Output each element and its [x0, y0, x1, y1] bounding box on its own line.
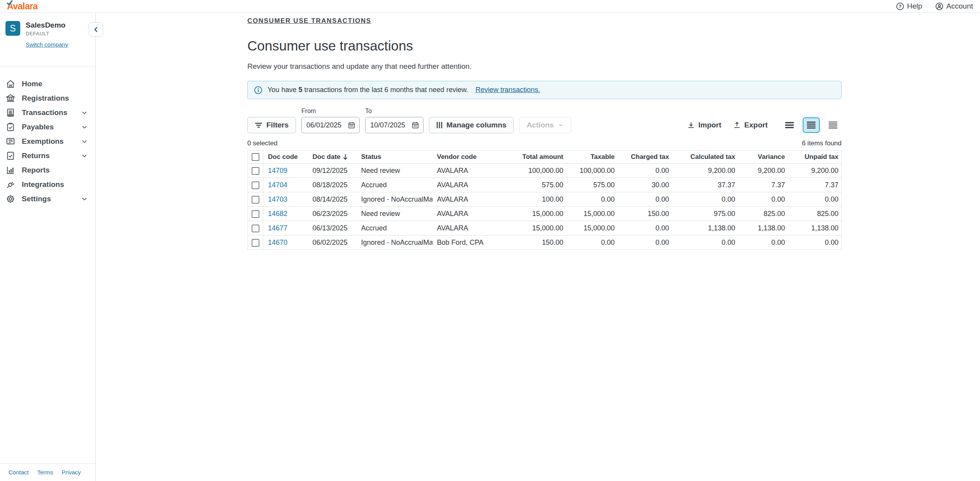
filters-button[interactable]: Filters: [247, 117, 296, 133]
import-icon: [687, 121, 695, 129]
vendor-code-cell: AVALARA: [432, 192, 508, 207]
charged-tax-cell: 0.00: [618, 221, 672, 235]
filter-icon: [255, 122, 262, 128]
svg-text:?: ?: [899, 3, 901, 9]
page-subtitle: Review your transactions and update any …: [247, 62, 842, 71]
calendar-icon: [348, 121, 355, 129]
column-header-status[interactable]: Status: [357, 151, 432, 164]
doc-code-link[interactable]: 14703: [268, 195, 287, 203]
sidebar-item-returns[interactable]: Returns: [0, 148, 95, 163]
company-profile: DEFAULT: [26, 31, 68, 37]
sidebar-item-home[interactable]: Home: [0, 77, 95, 91]
row-checkbox[interactable]: [252, 225, 259, 232]
calculated-tax-cell: 975.00: [672, 207, 738, 221]
sidebar-footer: Contact Terms Privacy: [0, 463, 95, 481]
variance-cell: 1,138.00: [738, 221, 788, 235]
import-button[interactable]: Import: [687, 121, 721, 129]
calendar-icon: [411, 121, 419, 129]
doc-code-link[interactable]: 14709: [268, 167, 287, 174]
select-all-checkbox[interactable]: [252, 153, 259, 161]
sidebar-collapse-button[interactable]: [89, 22, 103, 37]
total-amount-cell: 15,000.00: [508, 207, 567, 221]
doc-date-cell: 06/02/2025: [308, 235, 357, 250]
chevron-down-icon: [80, 138, 88, 145]
export-button[interactable]: Export: [733, 121, 768, 129]
row-checkbox[interactable]: [252, 167, 259, 175]
table-row: 14703 08/14/2025 Ignored - NoAccrualMatc…: [248, 192, 842, 207]
variance-cell: 825.00: [738, 207, 788, 221]
sidebar-item-transactions[interactable]: Transactions: [0, 105, 95, 120]
sidebar-item-registrations[interactable]: Registrations: [0, 91, 95, 105]
density-comfortable-button[interactable]: [781, 117, 798, 133]
to-date-value: 10/07/2025: [370, 121, 405, 129]
unpaid-tax-cell: 825.00: [788, 207, 842, 221]
column-header-vendor-code[interactable]: Vendor code: [432, 151, 508, 164]
avalara-logo[interactable]: Avalara: [7, 1, 38, 12]
doc-code-link[interactable]: 14677: [268, 224, 287, 232]
column-header-calculated-tax[interactable]: Calculated tax: [672, 151, 738, 164]
total-amount-cell: 100,000.00: [508, 164, 567, 178]
row-density-toggle: [781, 117, 842, 133]
sidebar: S SalesDemo DEFAULT Switch company Home …: [0, 13, 96, 481]
column-header-taxable[interactable]: Taxable: [567, 151, 618, 164]
toolbar: Filters From 06/01/2025 To 10/07/2025: [247, 108, 842, 133]
top-bar: Avalara ? Help Account: [0, 0, 980, 13]
total-amount-cell: 575.00: [508, 178, 567, 192]
density-default-button[interactable]: [803, 117, 820, 133]
actions-button[interactable]: Actions: [519, 117, 571, 133]
doc-code-link[interactable]: 14704: [268, 181, 287, 189]
column-header-charged-tax[interactable]: Charged tax: [618, 151, 672, 164]
import-label: Import: [698, 121, 721, 129]
privacy-link[interactable]: Privacy: [62, 469, 81, 476]
vendor-code-cell: AVALARA: [432, 178, 508, 192]
export-icon: [733, 121, 741, 129]
charged-tax-cell: 150.00: [618, 207, 672, 221]
sidebar-item-reports[interactable]: Reports: [0, 163, 95, 177]
manage-columns-button[interactable]: Manage columns: [429, 117, 514, 133]
table-row: 14670 06/02/2025 Ignored - NoAccrualMatc…: [248, 235, 842, 250]
doc-date-cell: 06/13/2025: [308, 221, 357, 235]
row-checkbox[interactable]: [252, 196, 259, 204]
row-checkbox[interactable]: [252, 239, 259, 247]
density-compact-button[interactable]: [824, 117, 842, 133]
review-transactions-link[interactable]: Review transactions.: [476, 86, 540, 94]
unpaid-tax-cell: 9,200.00: [788, 164, 842, 178]
contact-link[interactable]: Contact: [9, 469, 29, 476]
switch-company-link[interactable]: Switch company: [26, 41, 68, 48]
column-header-variance[interactable]: Variance: [738, 151, 788, 164]
variance-cell: 0.00: [738, 192, 788, 207]
column-header-total-amount[interactable]: Total amount: [508, 151, 567, 164]
doc-code-link[interactable]: 14670: [268, 239, 287, 246]
row-checkbox[interactable]: [252, 210, 259, 218]
column-header-doc-code[interactable]: Doc code: [263, 151, 308, 164]
calculated-tax-cell: 0.00: [672, 192, 738, 207]
sidebar-item-integrations[interactable]: Integrations: [0, 177, 95, 192]
total-amount-cell: 15,000.00: [508, 221, 567, 235]
from-date-input[interactable]: 06/01/2025: [301, 117, 360, 133]
to-date-input[interactable]: 10/07/2025: [365, 117, 424, 133]
company-section: S SalesDemo DEFAULT Switch company: [0, 13, 95, 48]
sort-descending-icon: [343, 154, 348, 160]
variance-cell: 9,200.00: [738, 164, 788, 178]
row-checkbox[interactable]: [252, 181, 259, 189]
sidebar-item-exemptions[interactable]: A Exemptions: [0, 134, 95, 148]
calculated-tax-cell: 0.00: [672, 235, 738, 250]
document-check-icon: [5, 151, 16, 161]
column-header-unpaid-tax[interactable]: Unpaid tax: [788, 151, 842, 164]
document-icon: [5, 108, 16, 118]
status-cell: Ignored - NoAccrualMatch: [357, 235, 432, 250]
doc-code-link[interactable]: 14682: [268, 210, 287, 218]
account-button[interactable]: Account: [935, 2, 973, 10]
sidebar-item-payables[interactable]: Payables: [0, 120, 95, 134]
breadcrumb[interactable]: CONSUMER USE TRANSACTIONS: [247, 17, 371, 25]
chevron-down-icon: [80, 195, 88, 203]
terms-link[interactable]: Terms: [37, 469, 53, 476]
doc-date-cell: 09/12/2025: [308, 164, 357, 178]
column-header-doc-date[interactable]: Doc date: [308, 151, 357, 164]
chevron-down-icon: [80, 152, 88, 160]
help-button[interactable]: ? Help: [896, 2, 922, 10]
home-icon: [5, 79, 16, 89]
sidebar-item-settings[interactable]: Settings: [0, 192, 95, 206]
vendor-code-cell: Bob Ford, CPA: [432, 235, 508, 250]
avalara-check-icon: [7, 0, 13, 6]
